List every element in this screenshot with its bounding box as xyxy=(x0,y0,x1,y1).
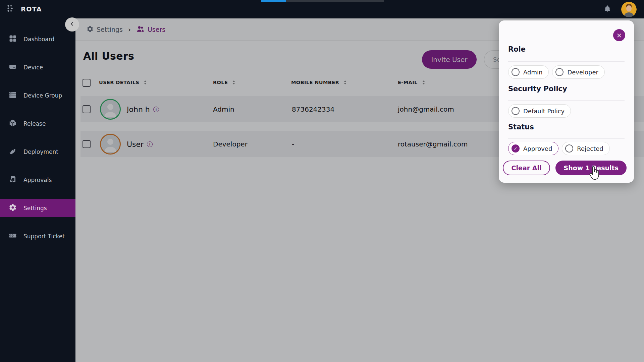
filter-section-title-role: Role xyxy=(508,45,526,53)
filter-option-default-policy[interactable]: Default Policy xyxy=(508,104,571,118)
filter-options-security-policy: Default Policy xyxy=(508,104,571,118)
sidebar-item-label: Support Ticket xyxy=(23,233,65,240)
rota-logo-icon xyxy=(7,4,15,14)
chevron-left-icon xyxy=(69,20,75,28)
device-icon xyxy=(9,63,17,72)
settings-icon xyxy=(9,203,17,213)
filter-options-role: Admin Developer xyxy=(508,65,605,79)
notifications-bell-icon[interactable] xyxy=(602,4,612,14)
deployment-icon xyxy=(9,147,17,157)
sidebar-item-settings[interactable]: Settings xyxy=(0,199,75,217)
sidebar-item-label: Deployment xyxy=(23,148,58,155)
top-actions xyxy=(602,0,637,18)
filter-panel: × Role Admin Developer Security Policy D… xyxy=(499,20,634,183)
radio-icon xyxy=(555,68,564,76)
filter-footer: Clear All Show 1 Results xyxy=(503,161,627,175)
sidebar-item-support-ticket[interactable]: Support Ticket xyxy=(0,227,75,245)
device-group-icon xyxy=(9,91,17,100)
sidebar-item-device-group[interactable]: Device Group xyxy=(0,86,75,105)
filter-option-admin[interactable]: Admin xyxy=(508,65,549,79)
sidebar-collapse-button[interactable] xyxy=(65,17,79,32)
divider xyxy=(508,100,625,101)
filter-option-rejected[interactable]: Rejected xyxy=(562,142,609,155)
top-bar: ROTA xyxy=(0,0,644,18)
radio-icon xyxy=(565,144,573,153)
sidebar-item-label: Device Group xyxy=(23,92,62,99)
filter-section-title-status: Status xyxy=(508,123,534,131)
sidebar-item-label: Release xyxy=(23,120,46,127)
progress-fill xyxy=(261,0,286,2)
sidebar-item-device[interactable]: Device xyxy=(0,58,75,76)
sidebar: Dashboard Device Device Gro xyxy=(0,18,75,362)
divider xyxy=(508,138,625,139)
close-icon[interactable]: × xyxy=(613,29,625,41)
sidebar-item-dashboard[interactable]: Dashboard xyxy=(0,30,75,48)
show-results-button[interactable]: Show 1 Results xyxy=(555,161,627,175)
user-avatar[interactable] xyxy=(621,2,637,17)
filter-option-developer[interactable]: Developer xyxy=(552,65,605,79)
dashboard-icon xyxy=(9,35,17,44)
divider xyxy=(508,61,625,62)
brand-logo: ROTA xyxy=(7,4,42,14)
sidebar-item-deployment[interactable]: Deployment xyxy=(0,143,75,161)
radio-icon xyxy=(512,68,520,76)
progress-bar xyxy=(261,0,384,2)
sidebar-item-label: Approvals xyxy=(23,177,52,183)
release-icon xyxy=(9,119,17,128)
filter-option-approved[interactable]: Approved xyxy=(508,142,558,155)
sidebar-item-label: Device xyxy=(23,64,43,71)
support-ticket-icon xyxy=(9,232,17,241)
approvals-icon xyxy=(9,175,17,185)
sidebar-item-label: Dashboard xyxy=(23,36,54,43)
filter-options-status: Approved Rejected xyxy=(508,142,610,155)
sidebar-item-release[interactable]: Release xyxy=(0,115,75,133)
filter-section-title-security-policy: Security Policy xyxy=(508,85,567,93)
sidebar-item-approvals[interactable]: Approvals xyxy=(0,171,75,189)
brand-name: ROTA xyxy=(21,5,42,13)
radio-checked-icon xyxy=(512,144,520,153)
radio-icon xyxy=(512,107,520,115)
sidebar-item-label: Settings xyxy=(23,205,47,212)
app-window: ROTA xyxy=(0,0,644,362)
clear-all-button[interactable]: Clear All xyxy=(503,161,550,175)
